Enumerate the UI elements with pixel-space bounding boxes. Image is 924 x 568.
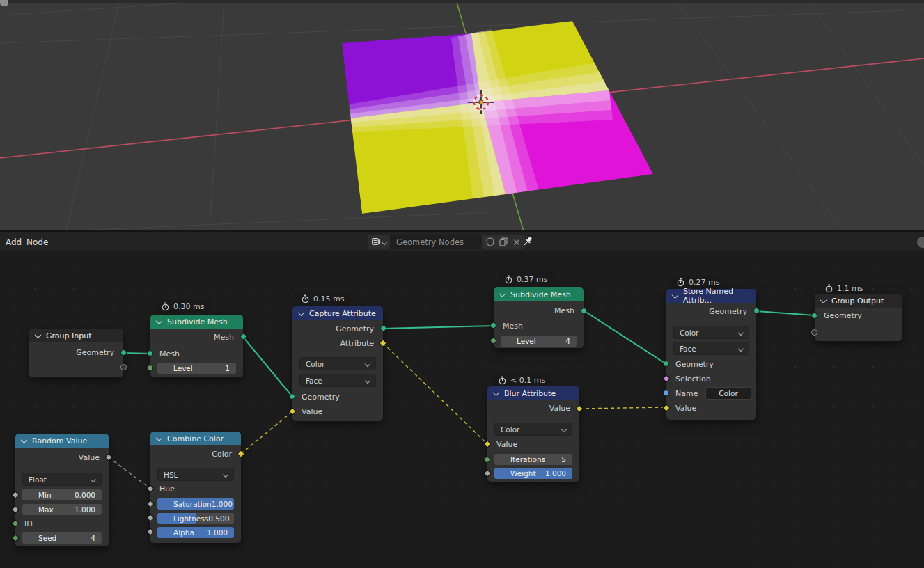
input-row: Geometry	[666, 357, 756, 371]
socket-mesh-output[interactable]	[240, 333, 246, 340]
socket-alpha-input[interactable]	[146, 528, 154, 535]
node-header[interactable]: Store Named Attrib...	[666, 289, 756, 303]
node-header[interactable]: Capture Attribute	[292, 306, 383, 320]
wire-color-field	[241, 411, 292, 454]
tree-action-icons	[482, 235, 525, 249]
node-group-input[interactable]: Group Input Geometry	[29, 329, 123, 377]
output-row: Value	[487, 401, 579, 416]
timing-badge: < 0.1 ms	[492, 373, 552, 387]
node-editor[interactable]: 0.30 ms 0.15 ms 0.37 ms < 0.1 ms 0.27 ms…	[0, 251, 924, 568]
socket-max-input[interactable]	[11, 505, 19, 513]
socket-virtual[interactable]	[811, 329, 817, 336]
collapse-chevron-icon[interactable]	[156, 434, 163, 441]
node-header[interactable]: Random Value	[15, 434, 109, 448]
fake-user-shield-button[interactable]	[485, 237, 496, 248]
socket-iterations-input[interactable]	[484, 457, 490, 463]
level-field[interactable]: Level 4	[501, 336, 577, 347]
collapse-chevron-icon[interactable]	[672, 292, 679, 299]
wire-geometry	[756, 311, 815, 315]
data-type-dropdown[interactable]: Color	[673, 326, 749, 339]
node-tree-name-field[interactable]: Geometry Nodes	[390, 235, 482, 249]
socket-min-input[interactable]	[11, 491, 19, 498]
viewport-3d[interactable]	[0, 0, 924, 230]
node-links	[0, 251, 924, 568]
name-text-field[interactable]: Color	[705, 387, 751, 400]
node-random-value[interactable]: Random Value Value Float Min 0.000 Max 1…	[15, 434, 109, 546]
data-type-dropdown[interactable]: Float	[22, 473, 102, 486]
domain-dropdown[interactable]: Face	[299, 374, 376, 387]
socket-seed-input[interactable]	[11, 534, 19, 542]
weight-field[interactable]: Weight 1.000	[494, 468, 572, 479]
collapse-chevron-icon[interactable]	[493, 389, 500, 396]
saturation-field[interactable]: Saturation 1.000	[157, 498, 234, 510]
collapse-chevron-icon[interactable]	[298, 309, 305, 316]
socket-geometry-input[interactable]	[811, 313, 817, 319]
input-row: Mesh	[494, 319, 584, 333]
header-right-widget[interactable]	[917, 237, 924, 248]
level-field[interactable]: Level 1	[157, 363, 236, 374]
alpha-field[interactable]: Alpha 1.000	[157, 527, 234, 538]
menu-node[interactable]: Node	[22, 232, 52, 251]
node-header[interactable]: Subdivide Mesh	[494, 287, 584, 301]
socket-mesh-input[interactable]	[147, 350, 153, 356]
collapse-chevron-icon[interactable]	[499, 290, 506, 297]
node-blur-attribute[interactable]: Blur Attribute Value Color Value Iterati…	[487, 386, 579, 482]
data-type-dropdown[interactable]: Color	[299, 357, 376, 370]
iterations-field[interactable]: Iterations 5	[494, 454, 572, 465]
node-title: Capture Attribute	[309, 309, 376, 318]
geometry-plane	[342, 21, 653, 214]
socket-geometry-output[interactable]	[380, 325, 386, 331]
node-subdivide-mesh-1[interactable]: Subdivide Mesh Mesh Mesh Level 1	[150, 315, 243, 377]
socket-saturation-input[interactable]	[146, 500, 154, 507]
socket-name-input[interactable]	[663, 390, 669, 396]
socket-level-input[interactable]	[490, 338, 496, 344]
socket-geometry-output[interactable]	[753, 308, 760, 314]
node-header[interactable]: Group Input	[29, 329, 123, 342]
node-header[interactable]: Blur Attribute	[487, 386, 579, 400]
socket-lightness-input[interactable]	[146, 514, 154, 521]
node-capture-attribute[interactable]: Capture Attribute Geometry Attribute Col…	[292, 306, 383, 421]
lightness-field[interactable]: Lightness 0.500	[157, 513, 234, 524]
new-copy-button[interactable]	[498, 237, 509, 248]
node-tree-browse-button[interactable]	[368, 235, 390, 249]
data-type-dropdown[interactable]: Color	[494, 423, 572, 436]
collapse-chevron-icon[interactable]	[820, 297, 827, 303]
socket-geometry-output[interactable]	[120, 349, 127, 356]
socket-mesh-output[interactable]	[581, 308, 587, 314]
node-header[interactable]: Combine Color	[150, 432, 241, 445]
node-group-output[interactable]: Group Output Geometry	[815, 294, 902, 341]
socket-level-input[interactable]	[147, 365, 153, 371]
viewport-corner-widget[interactable]	[0, 0, 8, 6]
collapse-chevron-icon[interactable]	[21, 436, 28, 443]
node-subdivide-mesh-2[interactable]: Subdivide Mesh Mesh Mesh Level 4	[494, 287, 584, 348]
domain-dropdown[interactable]: Face	[673, 342, 749, 355]
mode-dropdown[interactable]: HSL	[157, 468, 234, 481]
socket-geometry-input[interactable]	[663, 361, 669, 367]
stopwatch-icon	[162, 302, 169, 311]
socket-virtual[interactable]	[120, 364, 127, 370]
node-store-named-attribute[interactable]: Store Named Attrib... Geometry Color Fac…	[666, 289, 756, 420]
wire-color-field	[579, 407, 666, 409]
pin-button[interactable]	[522, 236, 534, 250]
output-row: Geometry	[666, 304, 756, 318]
wire-float-field	[109, 457, 150, 489]
unlink-button[interactable]	[511, 237, 522, 248]
input-row: ID	[15, 516, 109, 530]
min-field[interactable]: Min 0.000	[22, 489, 102, 500]
collapse-chevron-icon[interactable]	[156, 317, 163, 324]
socket-weight-input[interactable]	[483, 469, 491, 477]
output-row: Mesh	[150, 330, 243, 345]
socket-geometry-input[interactable]	[289, 393, 295, 400]
socket-mesh-input[interactable]	[490, 322, 496, 329]
seed-field[interactable]: Seed 4	[22, 532, 102, 544]
node-combine-color[interactable]: Combine Color Color HSL Hue Saturation 1…	[150, 432, 241, 543]
collapse-chevron-icon[interactable]	[35, 331, 42, 338]
chevron-down-icon	[381, 239, 386, 244]
input-row: Value	[487, 437, 579, 451]
node-title: Group Output	[831, 297, 884, 306]
viewport-top-edge	[0, 0, 924, 3]
node-header[interactable]: Group Output	[815, 294, 902, 308]
output-row: Attribute	[292, 336, 383, 350]
node-header[interactable]: Subdivide Mesh	[150, 315, 243, 329]
max-field[interactable]: Max 1.000	[22, 504, 102, 515]
